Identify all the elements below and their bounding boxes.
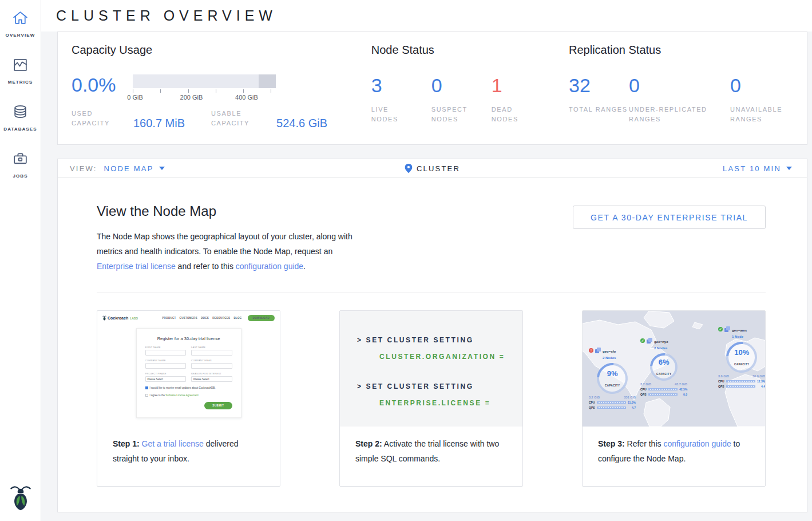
total-ranges-label: TOTAL RANGES	[569, 105, 629, 115]
cpu-bar	[597, 401, 626, 404]
trial-registration-form: Register for a 30-day trial license FIRS…	[136, 328, 241, 418]
time-range-value: LAST 10 MIN	[723, 164, 781, 173]
step-label: Step 1:	[113, 439, 140, 448]
suspect-nodes-label: SUSPECT NODES	[431, 105, 473, 124]
view-mode-dropdown[interactable]: NODE MAP	[104, 164, 165, 173]
suspect-nodes-stat: 0 SUSPECT NODES	[431, 75, 492, 124]
used-capacity: 3.6 GiB	[718, 374, 729, 378]
checkbox-label: I would like to receive email updates ab…	[150, 386, 216, 389]
time-range-dropdown[interactable]: LAST 10 MIN	[723, 164, 792, 173]
used-capacity: 3.2 GiB	[589, 396, 600, 399]
license-agreement-checkbox-row: I agree to the Software License Agreemen…	[145, 394, 232, 397]
usable-capacity: USABLE CAPACITY 524.6 GiB	[211, 109, 327, 128]
total-ranges-value: 32	[569, 75, 629, 96]
qps-value: 4.7	[628, 406, 636, 409]
used-capacity: 3.7 GiB	[640, 382, 651, 386]
used-capacity: USED CAPACITY 160.7 MiB	[72, 109, 185, 128]
step-3-caption: Step 3: Refer this configuration guide t…	[583, 427, 765, 466]
sidebar-item-jobs[interactable]: JOBS	[11, 150, 29, 179]
step-1-caption: Step 1: Get a trial license delivered st…	[97, 427, 280, 466]
trial-registration-preview: Cockroach LABS PRODUCT CUSTOMERS DOCS RE…	[97, 311, 280, 427]
capacity-percent: 6%	[659, 358, 670, 366]
healthy-status-icon	[718, 327, 723, 331]
jobs-icon	[11, 150, 29, 170]
form-title: Register for a 30-day trial license	[145, 336, 232, 341]
locality-name: geo=nyc	[654, 340, 668, 344]
capacity-gauge-reserved-segment	[259, 74, 276, 88]
sidebar-item-databases[interactable]: DATABASES	[3, 103, 37, 132]
field-label: PROJECT PHASE	[145, 372, 187, 375]
field-label: COMPANY EMAIL	[191, 359, 232, 362]
capacity-gauge-labels: 0 GiB 200 GiB 400 GiB	[133, 94, 276, 102]
field-label: LAST NAME	[191, 346, 232, 349]
healthy-status-icon	[640, 338, 645, 343]
capacity-usage-section: Capacity Usage 0.0% 0 GiB 200 GiB 400 Gi…	[72, 44, 371, 133]
qps-value: 0.0	[679, 393, 687, 396]
sql-command: > SET CLUSTER SETTING CLUSTER.ORGANIZATI…	[357, 336, 522, 361]
checkbox-icon	[145, 394, 148, 397]
nav-item: CUSTOMERS	[180, 317, 197, 319]
locality-node-count: 1 Node	[732, 335, 743, 338]
sql-commands-preview: > SET CLUSTER SETTING CLUSTER.ORGANIZATI…	[340, 311, 522, 427]
nav-item: PRODUCT	[162, 317, 176, 319]
locality-name: geo=ams	[732, 329, 747, 332]
last-name-field: LAST NAME	[191, 346, 232, 356]
step-1-card: Cockroach LABS PRODUCT CUSTOMERS DOCS RE…	[97, 310, 280, 487]
capacity-label: CAPACITY	[605, 384, 620, 387]
locality-label: CLUSTER	[417, 164, 460, 173]
configuration-guide-link[interactable]: configuration guide	[236, 262, 303, 271]
cpu-label: CPU	[589, 401, 595, 404]
mini-site-nav: PRODUCT CUSTOMERS DOCS RESOURCES BLOG DO…	[162, 315, 275, 321]
used-capacity-value: 160.7 MiB	[133, 117, 185, 129]
live-nodes-stat: 3 LIVE NODES	[371, 75, 431, 124]
locality-nyc: geo=nyc2 Nodes 6%CAPACITY 3.7 GiB43.7 Gi…	[640, 338, 687, 396]
node-map-description: The Node Map shows the geographical layo…	[97, 229, 370, 274]
sql-setting: CLUSTER.ORGANIZATION =	[379, 353, 522, 361]
replication-status-section: Replication Status 32 TOTAL RANGES 0 UND…	[569, 44, 793, 133]
step-3-card: geo=sfo2 Nodes 9%CAPACITY 3.2 GiB351 GiB…	[582, 310, 766, 487]
replication-status-title: Replication Status	[569, 44, 793, 57]
cockroach-labs-logo: Cockroach LABS	[102, 315, 138, 321]
capacity-label: CAPACITY	[656, 373, 672, 376]
capacity-usage-title: Capacity Usage	[72, 44, 371, 57]
sql-setting: ENTERPRISE.LICENSE =	[379, 399, 522, 407]
cpu-value: 11.0%	[628, 401, 636, 404]
content: Capacity Usage 0.0% 0 GiB 200 GiB 400 Gi…	[41, 31, 812, 521]
page-title: CLUSTER OVERVIEW	[56, 7, 277, 24]
cluster-summary-panel: Capacity Usage 0.0% 0 GiB 200 GiB 400 Gi…	[57, 31, 807, 145]
node-stack-icon	[647, 338, 652, 344]
qps-label: QPS	[718, 385, 724, 388]
cpu-label: CPU	[718, 380, 724, 383]
view-label: VIEW:	[70, 164, 97, 173]
text-input	[191, 350, 232, 356]
under-replicated-ranges-stat: 0 UNDER-REPLICATED RANGES	[629, 75, 730, 124]
checkbox-checked-icon	[145, 386, 148, 389]
locality-node-count: 2 Nodes	[603, 356, 616, 360]
configuration-guide-link[interactable]: configuration guide	[663, 439, 731, 448]
capacity-ring: 9%CAPACITY	[591, 357, 634, 400]
download-button: DOWNLOAD	[248, 315, 275, 321]
sidebar-item-overview[interactable]: OVERVIEW	[6, 9, 35, 38]
reason-field: REASON FOR INTERESTPlease Select	[191, 372, 232, 382]
enterprise-trial-button[interactable]: GET A 30-DAY ENTERPRISE TRIAL	[573, 206, 766, 229]
chevron-down-icon	[786, 167, 792, 170]
get-trial-license-link[interactable]: Get a trial license	[142, 439, 204, 448]
capacity-percent: 0.0%	[72, 74, 133, 95]
cpu-bar	[726, 380, 755, 382]
view-bar: VIEW: NODE MAP CLUSTER LAST 10 MIN	[58, 159, 807, 178]
view-mode-value: NODE MAP	[104, 164, 154, 173]
select-input: Please Select	[145, 376, 187, 382]
enterprise-trial-license-link[interactable]: Enterprise trial license	[97, 262, 176, 271]
tick-label: 400 GiB	[235, 94, 258, 101]
node-map-preview: geo=sfo2 Nodes 9%CAPACITY 3.2 GiB351 GiB…	[583, 311, 765, 427]
under-replicated-ranges-label: UNDER-REPLICATED RANGES	[629, 105, 720, 124]
node-map-body: View the Node Map The Node Map shows the…	[58, 178, 807, 512]
unavailable-ranges-stat: 0 UNAVAILABLE RANGES	[730, 75, 793, 124]
sidebar-item-metrics[interactable]: METRICS	[8, 56, 33, 85]
home-icon	[11, 9, 29, 29]
cockroachdb-logo	[10, 484, 31, 513]
company-email-field: COMPANY EMAIL	[191, 359, 232, 369]
tick-label: 200 GiB	[180, 94, 203, 101]
locality-ams: geo=ams1 Node 10%CAPACITY 3.6 GiB36.6 Gi…	[718, 326, 765, 388]
cpu-value: 12.3%	[757, 380, 765, 383]
